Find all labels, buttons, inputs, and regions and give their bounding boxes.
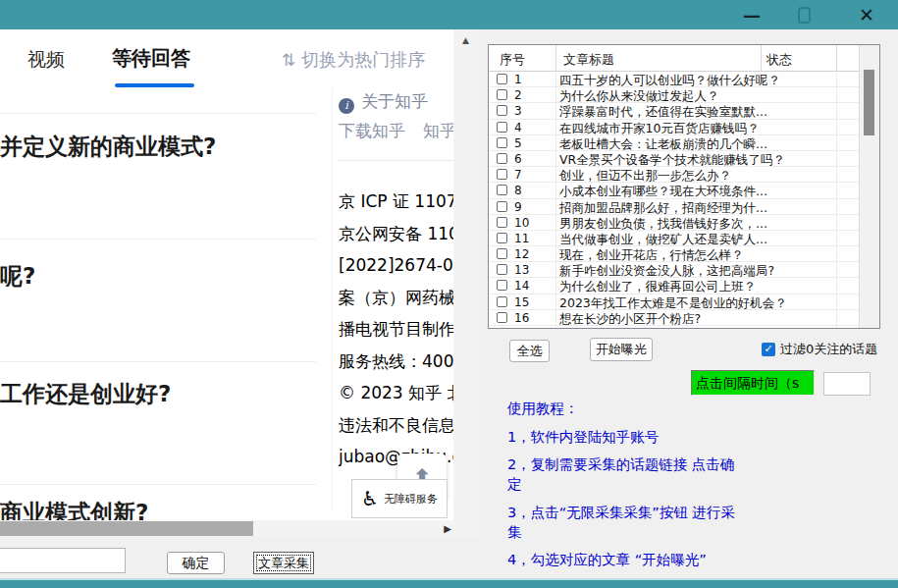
table-row[interactable]: 14 为什么创业了，很难再回公司上班？ xyxy=(489,278,859,294)
divider xyxy=(0,484,316,485)
status-bar xyxy=(0,578,898,588)
header-title: 文章标题 xyxy=(563,51,614,69)
header-status: 状态 xyxy=(766,51,792,69)
minimize-icon: — xyxy=(743,5,761,26)
row-title: 大学生 xyxy=(559,327,767,329)
table-row[interactable]: 2 为什么你从来没做过发起人？ xyxy=(489,87,859,103)
horizontal-scroll-thumb[interactable] xyxy=(0,521,253,536)
active-tab-underline xyxy=(115,83,194,87)
topic-link-input[interactable] xyxy=(0,548,126,573)
table-row[interactable]: 15 2023年找工作太难是不是创业的好机会？ xyxy=(489,294,859,310)
sort-toggle[interactable]: ⇅切换为热门排序 xyxy=(282,48,425,72)
divider xyxy=(0,239,316,240)
close-button[interactable]: ✕ xyxy=(846,0,887,29)
browser-vertical-scrollbar[interactable]: ▲ xyxy=(453,29,478,537)
row-seq: 2 xyxy=(514,88,522,102)
row-seq: 11 xyxy=(514,232,529,245)
table-vertical-scrollbar[interactable] xyxy=(859,45,879,328)
table-row[interactable]: 6 VR全景买个设备学个技术就能赚钱了吗？ xyxy=(489,151,859,167)
row-checkbox[interactable] xyxy=(497,264,507,275)
row-seq: 16 xyxy=(514,311,529,325)
row-checkbox[interactable] xyxy=(497,312,507,323)
maximize-button[interactable] xyxy=(783,0,824,29)
row-checkbox[interactable] xyxy=(497,153,507,164)
row-checkbox[interactable] xyxy=(497,280,507,291)
row-checkbox[interactable] xyxy=(497,185,507,195)
row-checkbox[interactable] xyxy=(497,169,507,180)
sort-toggle-label: 切换为热门排序 xyxy=(301,49,425,70)
question-title[interactable]: 并定义新的商业模式? xyxy=(0,132,329,162)
row-seq: 13 xyxy=(514,263,529,277)
table-row[interactable]: 9 招商加盟品牌那么好，招商经理为什... xyxy=(489,199,859,215)
minimize-button[interactable]: — xyxy=(731,0,772,29)
row-checkbox[interactable] xyxy=(497,105,507,116)
row-seq: 17 xyxy=(514,327,529,329)
column-line xyxy=(836,45,837,72)
confirm-button[interactable]: 确定 xyxy=(167,552,225,574)
tutorial-line: 2，复制需要采集的话题链接 点击确定 xyxy=(507,454,743,494)
table-row[interactable]: 17 大学生 xyxy=(489,326,859,329)
row-seq: 7 xyxy=(514,168,522,182)
table-row[interactable]: 1 四五十岁的人可以创业吗？做什么好呢？ xyxy=(489,72,859,87)
table-scroll-thumb[interactable] xyxy=(864,70,874,135)
filter-zero-follow-checkbox[interactable]: ✓ 过滤0关注的话题 xyxy=(762,341,877,358)
filter-checkbox-label: 过滤0关注的话题 xyxy=(780,341,877,358)
table-row[interactable]: 11 当代做事创业，做挖矿人还是卖铲人... xyxy=(489,231,859,246)
row-checkbox[interactable] xyxy=(497,328,507,329)
article-collect-button[interactable]: 文章采集 xyxy=(253,552,314,574)
row-checkbox[interactable] xyxy=(497,122,507,133)
tutorial-line: 使用教程： xyxy=(507,399,743,418)
table-row[interactable]: 10 男朋友创业负债，找我借钱好多次，... xyxy=(489,215,859,231)
row-seq: 12 xyxy=(514,247,529,261)
article-table: 序号 文章标题 状态 1 四五十岁的人可以创业吗？做什么好呢？ 2 为什么你从来… xyxy=(488,44,880,329)
header-seq: 序号 xyxy=(500,51,525,69)
select-all-button[interactable]: 全选 xyxy=(509,340,550,362)
row-seq: 1 xyxy=(514,73,522,86)
about-label: 关于知乎 xyxy=(361,91,428,111)
checkbox-check-icon: ✓ xyxy=(762,343,775,356)
click-interval-input[interactable] xyxy=(823,372,871,396)
zhihu-link[interactable]: 知乎 xyxy=(423,121,456,140)
divider xyxy=(0,113,316,114)
question-title[interactable]: 工作还是创业好? xyxy=(0,379,329,409)
scroll-up-icon[interactable]: ▲ xyxy=(453,35,478,45)
accessibility-label: 无障碍服务 xyxy=(384,492,438,507)
scroll-right-icon[interactable]: ▶ xyxy=(444,523,451,534)
table-row[interactable]: 12 现在，创业开花店，行情怎么样？ xyxy=(489,246,859,262)
accessibility-button[interactable]: ♿ 无障碍服务 xyxy=(351,479,448,518)
table-row[interactable]: 8 小成本创业有哪些？现在大环境条件... xyxy=(489,183,859,198)
row-seq: 8 xyxy=(514,184,522,197)
row-checkbox[interactable] xyxy=(497,201,507,212)
tutorial-line: 3，点击“无限采集采集”按钮 进行采集 xyxy=(507,503,743,542)
table-row[interactable]: 13 新手咋创业没资金没人脉，这把高端局? xyxy=(489,262,859,278)
tab-video[interactable]: 视频 xyxy=(27,47,65,73)
row-checkbox[interactable] xyxy=(497,233,507,243)
table-row[interactable]: 16 想在长沙的小区开个粉店? xyxy=(489,310,859,326)
table-row[interactable]: 7 创业，但迈不出那一步怎么办？ xyxy=(489,167,859,183)
table-row[interactable]: 3 浮躁暴富时代，还值得在实验室默默... xyxy=(489,103,859,119)
tutorial-line: 1，软件内登陆知乎账号 xyxy=(507,427,743,447)
table-row[interactable]: 4 在四线城市开家10元百货店赚钱吗？ xyxy=(489,120,859,135)
column-line xyxy=(761,45,762,72)
row-seq: 3 xyxy=(514,104,522,118)
row-checkbox[interactable] xyxy=(497,217,507,228)
about-zhihu-link[interactable]: i关于知乎 xyxy=(339,90,428,114)
download-zhihu-link[interactable]: 下载知乎 xyxy=(339,121,405,140)
tab-waiting-answer[interactable]: 等待回答 xyxy=(112,45,190,72)
column-line xyxy=(555,45,556,72)
table-header: 序号 文章标题 状态 xyxy=(489,45,859,72)
row-checkbox[interactable] xyxy=(497,248,507,259)
browser-pane: 视频 等待回答 ⇅切换为热门排序 并定义新的商业模式? 呢? 工作还是创业好? … xyxy=(0,29,478,537)
wheelchair-icon: ♿ xyxy=(361,487,379,510)
row-checkbox[interactable] xyxy=(497,89,507,100)
row-seq: 15 xyxy=(514,295,529,309)
browser-horizontal-scrollbar[interactable]: ▶ xyxy=(0,520,453,537)
start-exposure-button[interactable]: 开始曝光 xyxy=(590,338,653,361)
row-seq: 14 xyxy=(514,279,529,293)
row-checkbox[interactable] xyxy=(497,296,507,307)
row-checkbox[interactable] xyxy=(497,137,507,148)
question-title[interactable]: 呢? xyxy=(0,261,329,292)
divider-vertical xyxy=(332,88,333,510)
table-row[interactable]: 5 老板吐槽大会：让老板崩溃的几个瞬... xyxy=(489,135,859,151)
row-checkbox[interactable] xyxy=(497,74,507,84)
